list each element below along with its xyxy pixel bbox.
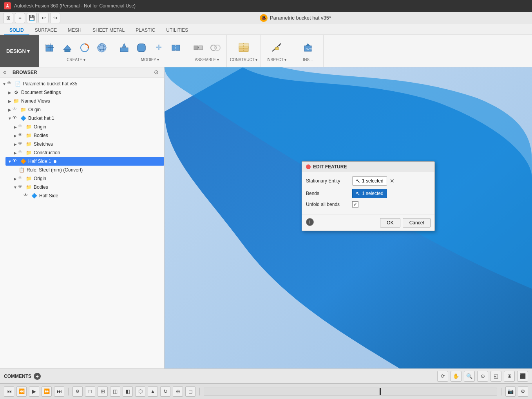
info-btn[interactable]: i	[306, 218, 314, 226]
add-comment-btn[interactable]: +	[34, 373, 41, 380]
tree-item-origin2[interactable]: ▶ 👁 📁 Origin	[11, 123, 164, 131]
insert-group-label[interactable]: INS...	[303, 58, 313, 62]
svg-text:✛: ✛	[156, 43, 162, 51]
tree-item-half-side[interactable]: ▼ 👁 🔶 Half Side:1 ⏺	[5, 157, 164, 166]
tree-item-construction[interactable]: ▶ 👁 📁 Construction	[11, 148, 164, 157]
modify-group-label[interactable]: MODIFY ▾	[141, 58, 159, 62]
sphere-btn[interactable]	[94, 40, 110, 56]
tab-solid[interactable]: SOLID	[4, 26, 29, 35]
offset-plane-btn[interactable]	[236, 40, 252, 56]
eye-origin1[interactable]: 👁	[13, 107, 19, 113]
tree-item-bucket-hat[interactable]: ▼ 👁 🔷 Bucket hat:1	[5, 114, 164, 123]
bends-btn[interactable]: ↖ 1 selected	[352, 189, 387, 198]
timeline-scrubber[interactable]	[204, 388, 497, 395]
collapse-all-btn[interactable]: «	[3, 69, 10, 76]
tree-item-half-side-body[interactable]: 👁 🔷 Half Side	[16, 191, 164, 200]
anim-end-btn[interactable]: ⏭	[54, 386, 64, 397]
undo-btn[interactable]: ↩	[38, 13, 49, 23]
shell-anim-btn[interactable]: ◻	[185, 386, 195, 397]
tab-utilities[interactable]: UTILITIES	[161, 26, 194, 35]
joint-btn[interactable]	[190, 40, 206, 56]
svg-point-8	[98, 43, 106, 52]
eye-origin3[interactable]: 👁	[18, 175, 24, 182]
tab-sheetmetal[interactable]: SHEET METAL	[87, 26, 130, 35]
anim-start-btn[interactable]: ⏮	[4, 386, 14, 397]
view-cube-btn[interactable]: ⬛	[517, 371, 528, 382]
tab-mesh[interactable]: MESH	[62, 26, 87, 35]
ok-btn[interactable]: OK	[380, 218, 400, 227]
anim-next-btn[interactable]: ⏩	[42, 386, 52, 397]
combine-anim-btn[interactable]: ⊕	[173, 386, 183, 397]
move-btn[interactable]: ✛	[151, 40, 166, 56]
inspect-group-label[interactable]: INSPECT ▾	[266, 58, 286, 62]
eye-bodies[interactable]: 👁	[18, 132, 24, 139]
tree-item-rule[interactable]: 📋 Rule: Steel (mm) (Convert)	[11, 166, 164, 174]
stationary-entity-btn[interactable]: ↖ 1 selected	[352, 176, 387, 186]
tree-item-root[interactable]: ▼ 👁 📄 Parametric bucket hat v35	[0, 79, 164, 88]
anim-play-btn[interactable]: ▶	[29, 386, 39, 397]
stationary-entity-clear-btn[interactable]: ✕	[389, 177, 396, 184]
new-component-anim-btn[interactable]: □	[85, 386, 95, 397]
eye-sketches[interactable]: 👁	[18, 141, 24, 147]
tree-item-named-views[interactable]: ▶ 📁 Named Views	[5, 97, 164, 105]
eye-half-side-body[interactable]: 👁	[24, 193, 30, 199]
eye-half-side[interactable]: 👁	[13, 158, 19, 164]
eye-construction[interactable]: 👁	[18, 150, 24, 156]
pattern-btn[interactable]: ⊞	[98, 386, 108, 397]
settings-anim-btn[interactable]: ⚙	[518, 386, 528, 397]
tab-plastic[interactable]: PLASTIC	[130, 26, 161, 35]
dialog-footer: i OK Cancel	[302, 215, 434, 231]
tree-item-bodies[interactable]: ▶ 👁 📁 Bodies	[11, 131, 164, 140]
offset-anim-btn[interactable]: ⬡	[135, 386, 145, 397]
assemble-group-label[interactable]: ASSEMBLE ▾	[195, 58, 219, 62]
tab-surface[interactable]: SURFACE	[29, 26, 63, 35]
capture-anim-btn[interactable]: 📷	[505, 386, 516, 397]
design-dropdown[interactable]: DESIGN ▾	[0, 35, 39, 67]
icon-rule: 📋	[18, 166, 25, 173]
fillet-btn[interactable]	[134, 40, 149, 56]
redo-btn[interactable]: ↪	[50, 13, 60, 23]
insert-btn[interactable]: SVG	[300, 40, 316, 56]
timeline-settings-btn[interactable]: ⚙	[72, 386, 83, 397]
browser-settings-btn[interactable]: ⊙	[154, 69, 161, 76]
display-mode-btn[interactable]: ◱	[490, 371, 501, 382]
zoom-fit-btn[interactable]: ⊙	[477, 371, 488, 382]
sketch-anim-btn[interactable]: ◧	[123, 386, 133, 397]
tab-row: SOLID SURFACE MESH SHEET METAL PLASTIC U…	[0, 24, 532, 35]
grid-btn[interactable]: ⊞	[3, 13, 13, 23]
press-pull-btn[interactable]	[116, 40, 132, 56]
create-group-label[interactable]: CREATE ▾	[67, 58, 85, 62]
eye-bodies2[interactable]: 👁	[18, 184, 24, 190]
grid-toggle-btn[interactable]: ⊞	[504, 371, 515, 382]
split-face-btn[interactable]	[168, 40, 184, 56]
label-construction: Construction	[34, 150, 60, 155]
pan-btn[interactable]: ✋	[451, 371, 461, 382]
eye-origin2[interactable]: 👁	[18, 124, 24, 130]
viewport[interactable]: EDIT FEATURE Stationary Entity ↖ 1 selec…	[165, 67, 532, 368]
unfold-checkbox[interactable]: ✓	[352, 201, 358, 208]
mirror-btn[interactable]: ◫	[110, 386, 120, 397]
tree-item-sketches[interactable]: ▶ 👁 📁 Sketches	[11, 140, 164, 148]
icon-origin1: 📁	[20, 106, 27, 113]
revolve-btn[interactable]	[77, 40, 92, 56]
new-component-btn[interactable]	[42, 40, 58, 56]
extrude-btn[interactable]	[60, 40, 75, 56]
dialog-close-btn[interactable]	[306, 164, 311, 169]
extrude-anim-btn[interactable]: ▲	[148, 386, 158, 397]
eye-bucket-hat[interactable]: 👁	[13, 115, 19, 121]
measure-btn[interactable]	[269, 40, 284, 56]
menu-btn[interactable]: ≡	[15, 13, 25, 23]
tree-item-doc-settings[interactable]: ▶ ⚙ Document Settings	[5, 88, 164, 97]
cancel-btn[interactable]: Cancel	[403, 218, 431, 227]
revolve-anim-btn[interactable]: ↻	[160, 386, 170, 397]
orbit-btn[interactable]: ⟳	[437, 371, 448, 382]
tree-item-origin1[interactable]: ▶ 👁 📁 Origin	[5, 105, 164, 114]
zoom-btn[interactable]: 🔍	[464, 371, 475, 382]
eye-root[interactable]: 👁	[7, 81, 13, 87]
tree-item-origin3[interactable]: ▶ 👁 📁 Origin	[11, 174, 164, 183]
anim-prev-btn[interactable]: ⏪	[16, 386, 27, 397]
construct-group-label[interactable]: CONSTRUCT ▾	[230, 58, 257, 62]
tree-item-bodies2[interactable]: ▼ 👁 📁 Bodies	[11, 183, 164, 191]
motion-link-btn[interactable]	[208, 40, 223, 56]
save-btn[interactable]: 💾	[27, 13, 37, 23]
